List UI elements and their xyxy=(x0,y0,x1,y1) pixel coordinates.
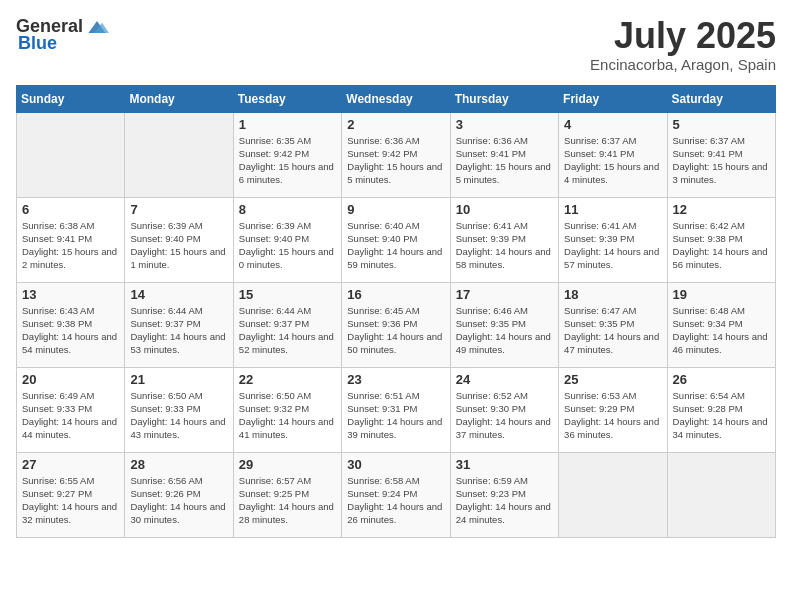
calendar-cell: 18Sunrise: 6:47 AMSunset: 9:35 PMDayligh… xyxy=(559,282,667,367)
day-number: 9 xyxy=(347,202,444,217)
calendar-cell: 15Sunrise: 6:44 AMSunset: 9:37 PMDayligh… xyxy=(233,282,341,367)
day-info: Sunrise: 6:56 AMSunset: 9:26 PMDaylight:… xyxy=(130,474,227,527)
calendar-cell xyxy=(17,112,125,197)
day-info: Sunrise: 6:45 AMSunset: 9:36 PMDaylight:… xyxy=(347,304,444,357)
day-number: 26 xyxy=(673,372,770,387)
day-info: Sunrise: 6:46 AMSunset: 9:35 PMDaylight:… xyxy=(456,304,553,357)
header-tuesday: Tuesday xyxy=(233,85,341,112)
calendar-week-row: 1Sunrise: 6:35 AMSunset: 9:42 PMDaylight… xyxy=(17,112,776,197)
calendar-cell: 28Sunrise: 6:56 AMSunset: 9:26 PMDayligh… xyxy=(125,452,233,537)
calendar-cell: 4Sunrise: 6:37 AMSunset: 9:41 PMDaylight… xyxy=(559,112,667,197)
day-number: 14 xyxy=(130,287,227,302)
day-number: 18 xyxy=(564,287,661,302)
day-info: Sunrise: 6:58 AMSunset: 9:24 PMDaylight:… xyxy=(347,474,444,527)
day-info: Sunrise: 6:40 AMSunset: 9:40 PMDaylight:… xyxy=(347,219,444,272)
day-number: 7 xyxy=(130,202,227,217)
day-info: Sunrise: 6:50 AMSunset: 9:32 PMDaylight:… xyxy=(239,389,336,442)
day-info: Sunrise: 6:48 AMSunset: 9:34 PMDaylight:… xyxy=(673,304,770,357)
calendar-cell: 1Sunrise: 6:35 AMSunset: 9:42 PMDaylight… xyxy=(233,112,341,197)
calendar-table: SundayMondayTuesdayWednesdayThursdayFrid… xyxy=(16,85,776,538)
calendar-cell: 12Sunrise: 6:42 AMSunset: 9:38 PMDayligh… xyxy=(667,197,775,282)
calendar-cell: 23Sunrise: 6:51 AMSunset: 9:31 PMDayligh… xyxy=(342,367,450,452)
day-number: 17 xyxy=(456,287,553,302)
calendar-cell: 3Sunrise: 6:36 AMSunset: 9:41 PMDaylight… xyxy=(450,112,558,197)
day-number: 19 xyxy=(673,287,770,302)
day-number: 13 xyxy=(22,287,119,302)
header-sunday: Sunday xyxy=(17,85,125,112)
day-number: 3 xyxy=(456,117,553,132)
calendar-cell: 10Sunrise: 6:41 AMSunset: 9:39 PMDayligh… xyxy=(450,197,558,282)
day-number: 12 xyxy=(673,202,770,217)
calendar-cell: 11Sunrise: 6:41 AMSunset: 9:39 PMDayligh… xyxy=(559,197,667,282)
calendar-week-row: 20Sunrise: 6:49 AMSunset: 9:33 PMDayligh… xyxy=(17,367,776,452)
day-info: Sunrise: 6:57 AMSunset: 9:25 PMDaylight:… xyxy=(239,474,336,527)
day-info: Sunrise: 6:35 AMSunset: 9:42 PMDaylight:… xyxy=(239,134,336,187)
location-title: Encinacorba, Aragon, Spain xyxy=(590,56,776,73)
calendar-cell: 24Sunrise: 6:52 AMSunset: 9:30 PMDayligh… xyxy=(450,367,558,452)
calendar-cell: 14Sunrise: 6:44 AMSunset: 9:37 PMDayligh… xyxy=(125,282,233,367)
day-number: 29 xyxy=(239,457,336,472)
day-info: Sunrise: 6:39 AMSunset: 9:40 PMDaylight:… xyxy=(130,219,227,272)
calendar-cell: 19Sunrise: 6:48 AMSunset: 9:34 PMDayligh… xyxy=(667,282,775,367)
day-info: Sunrise: 6:52 AMSunset: 9:30 PMDaylight:… xyxy=(456,389,553,442)
day-info: Sunrise: 6:51 AMSunset: 9:31 PMDaylight:… xyxy=(347,389,444,442)
day-info: Sunrise: 6:47 AMSunset: 9:35 PMDaylight:… xyxy=(564,304,661,357)
day-number: 4 xyxy=(564,117,661,132)
day-number: 27 xyxy=(22,457,119,472)
day-info: Sunrise: 6:39 AMSunset: 9:40 PMDaylight:… xyxy=(239,219,336,272)
calendar-week-row: 27Sunrise: 6:55 AMSunset: 9:27 PMDayligh… xyxy=(17,452,776,537)
calendar-cell: 26Sunrise: 6:54 AMSunset: 9:28 PMDayligh… xyxy=(667,367,775,452)
header-thursday: Thursday xyxy=(450,85,558,112)
day-info: Sunrise: 6:54 AMSunset: 9:28 PMDaylight:… xyxy=(673,389,770,442)
logo: General Blue xyxy=(16,16,109,54)
calendar-cell: 2Sunrise: 6:36 AMSunset: 9:42 PMDaylight… xyxy=(342,112,450,197)
month-title: July 2025 xyxy=(590,16,776,56)
calendar-cell: 9Sunrise: 6:40 AMSunset: 9:40 PMDaylight… xyxy=(342,197,450,282)
logo-icon xyxy=(85,17,109,37)
calendar-cell: 6Sunrise: 6:38 AMSunset: 9:41 PMDaylight… xyxy=(17,197,125,282)
day-info: Sunrise: 6:36 AMSunset: 9:41 PMDaylight:… xyxy=(456,134,553,187)
day-info: Sunrise: 6:49 AMSunset: 9:33 PMDaylight:… xyxy=(22,389,119,442)
day-info: Sunrise: 6:55 AMSunset: 9:27 PMDaylight:… xyxy=(22,474,119,527)
day-number: 23 xyxy=(347,372,444,387)
day-info: Sunrise: 6:44 AMSunset: 9:37 PMDaylight:… xyxy=(239,304,336,357)
calendar-cell: 21Sunrise: 6:50 AMSunset: 9:33 PMDayligh… xyxy=(125,367,233,452)
day-number: 30 xyxy=(347,457,444,472)
calendar-cell: 22Sunrise: 6:50 AMSunset: 9:32 PMDayligh… xyxy=(233,367,341,452)
calendar-cell: 27Sunrise: 6:55 AMSunset: 9:27 PMDayligh… xyxy=(17,452,125,537)
day-info: Sunrise: 6:59 AMSunset: 9:23 PMDaylight:… xyxy=(456,474,553,527)
page-header: General Blue July 2025 Encinacorba, Arag… xyxy=(16,16,776,73)
day-number: 2 xyxy=(347,117,444,132)
day-number: 24 xyxy=(456,372,553,387)
day-number: 20 xyxy=(22,372,119,387)
header-monday: Monday xyxy=(125,85,233,112)
calendar-cell xyxy=(559,452,667,537)
day-number: 21 xyxy=(130,372,227,387)
calendar-cell: 30Sunrise: 6:58 AMSunset: 9:24 PMDayligh… xyxy=(342,452,450,537)
calendar-cell: 31Sunrise: 6:59 AMSunset: 9:23 PMDayligh… xyxy=(450,452,558,537)
day-number: 16 xyxy=(347,287,444,302)
calendar-cell: 20Sunrise: 6:49 AMSunset: 9:33 PMDayligh… xyxy=(17,367,125,452)
calendar-cell xyxy=(125,112,233,197)
day-number: 6 xyxy=(22,202,119,217)
calendar-header-row: SundayMondayTuesdayWednesdayThursdayFrid… xyxy=(17,85,776,112)
day-info: Sunrise: 6:44 AMSunset: 9:37 PMDaylight:… xyxy=(130,304,227,357)
day-info: Sunrise: 6:42 AMSunset: 9:38 PMDaylight:… xyxy=(673,219,770,272)
day-info: Sunrise: 6:38 AMSunset: 9:41 PMDaylight:… xyxy=(22,219,119,272)
calendar-cell: 7Sunrise: 6:39 AMSunset: 9:40 PMDaylight… xyxy=(125,197,233,282)
header-wednesday: Wednesday xyxy=(342,85,450,112)
calendar-cell: 17Sunrise: 6:46 AMSunset: 9:35 PMDayligh… xyxy=(450,282,558,367)
day-info: Sunrise: 6:43 AMSunset: 9:38 PMDaylight:… xyxy=(22,304,119,357)
day-info: Sunrise: 6:50 AMSunset: 9:33 PMDaylight:… xyxy=(130,389,227,442)
day-number: 10 xyxy=(456,202,553,217)
day-number: 22 xyxy=(239,372,336,387)
header-saturday: Saturday xyxy=(667,85,775,112)
day-number: 5 xyxy=(673,117,770,132)
day-info: Sunrise: 6:37 AMSunset: 9:41 PMDaylight:… xyxy=(564,134,661,187)
day-number: 25 xyxy=(564,372,661,387)
title-block: July 2025 Encinacorba, Aragon, Spain xyxy=(590,16,776,73)
calendar-week-row: 13Sunrise: 6:43 AMSunset: 9:38 PMDayligh… xyxy=(17,282,776,367)
day-info: Sunrise: 6:53 AMSunset: 9:29 PMDaylight:… xyxy=(564,389,661,442)
header-friday: Friday xyxy=(559,85,667,112)
calendar-cell: 5Sunrise: 6:37 AMSunset: 9:41 PMDaylight… xyxy=(667,112,775,197)
